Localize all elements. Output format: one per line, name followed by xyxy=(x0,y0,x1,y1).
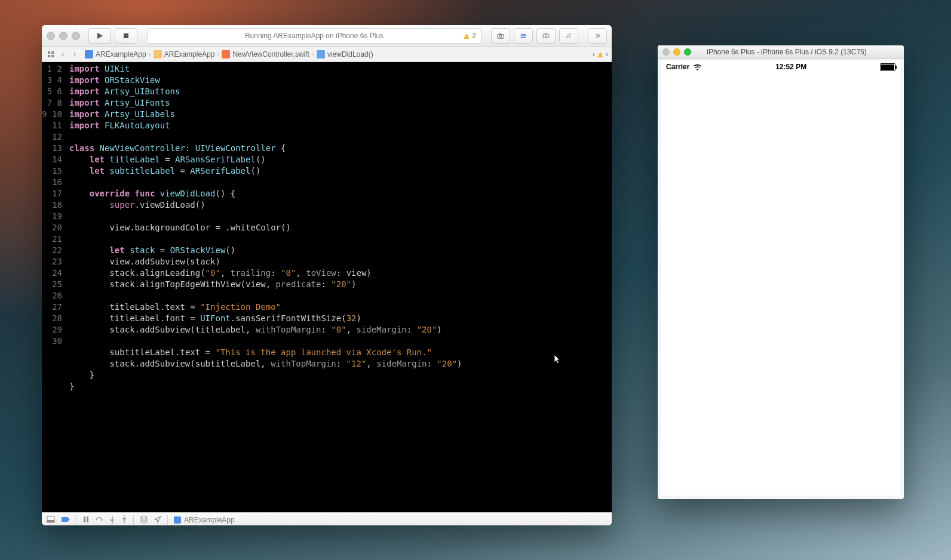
sim-carrier: Carrier xyxy=(666,63,689,71)
svg-point-2 xyxy=(499,35,502,38)
jump-bar[interactable]: ‹ › ARExampleApp › ARExampleApp › NewVie… xyxy=(42,47,612,62)
jumpbar-file[interactable]: NewViewController.swift xyxy=(222,50,309,59)
warning-icon xyxy=(464,33,470,39)
nav-forward-button[interactable]: › xyxy=(69,49,80,60)
step-out-button[interactable] xyxy=(121,515,127,525)
swap-icon xyxy=(565,32,572,39)
svg-point-14 xyxy=(112,522,113,524)
svg-rect-11 xyxy=(47,520,54,522)
debug-view-hierarchy-button[interactable] xyxy=(140,515,148,525)
step-into-icon xyxy=(109,515,115,524)
sim-close-button[interactable] xyxy=(662,48,670,56)
method-icon xyxy=(317,50,325,59)
xcode-window: Running ARExampleApp on iPhone 6s Plus 2 xyxy=(42,25,612,525)
editor-standard-button[interactable] xyxy=(514,28,533,44)
jumpbar-symbol[interactable]: viewDidLoad() xyxy=(317,50,373,59)
status-bar[interactable]: Running ARExampleApp on iPhone 6s Plus 2 xyxy=(147,28,481,44)
step-into-button[interactable] xyxy=(109,515,115,525)
status-text: Running ARExampleApp on iPhone 6s Plus xyxy=(245,32,384,40)
panel-icon xyxy=(47,516,55,523)
line-gutter: 1 2 3 4 5 6 7 8 9 10 11 12 13 14 15 16 1… xyxy=(42,62,66,512)
svg-rect-6 xyxy=(48,51,50,54)
window-controls xyxy=(47,32,80,40)
screenshot-button[interactable] xyxy=(491,28,510,44)
desktop: Running ARExampleApp on iPhone 6s Plus 2 xyxy=(0,0,951,560)
zoom-window-button[interactable] xyxy=(72,32,80,40)
wifi-icon xyxy=(693,64,702,70)
svg-rect-13 xyxy=(87,516,88,522)
play-icon xyxy=(96,32,103,39)
debug-bar: ARExampleApp xyxy=(42,512,612,525)
svg-rect-8 xyxy=(48,55,50,57)
minimize-window-button[interactable] xyxy=(59,32,68,40)
toggle-right-panel-button[interactable] xyxy=(588,28,607,44)
simulator-window: iPhone 6s Plus - iPhone 6s Plus / iOS 9.… xyxy=(658,45,904,499)
related-items-button[interactable] xyxy=(45,49,56,60)
warning-count: 2 xyxy=(472,32,476,40)
counterpart-forward[interactable]: › xyxy=(606,50,608,59)
svg-rect-3 xyxy=(499,33,501,35)
debug-process-label: ARExampleApp xyxy=(184,516,235,524)
grid-icon xyxy=(47,51,54,58)
project-icon xyxy=(85,50,93,59)
step-over-icon xyxy=(95,516,103,523)
nav-back-button[interactable]: ‹ xyxy=(57,49,68,60)
layers-icon xyxy=(140,515,148,524)
app-icon xyxy=(174,516,181,524)
lines-icon xyxy=(520,32,527,39)
toggle-debug-area-button[interactable] xyxy=(47,516,55,525)
svg-point-16 xyxy=(697,69,699,70)
xcode-toolbar: Running ARExampleApp on iPhone 6s Plus 2 xyxy=(42,25,612,47)
simulator-screen[interactable]: Carrier 12:52 PM xyxy=(661,61,900,496)
chevrons-right-icon xyxy=(594,32,601,39)
status-warning-badge[interactable]: 2 xyxy=(464,32,476,40)
debug-process-selector[interactable]: ARExampleApp xyxy=(174,516,235,524)
sim-status-bar: Carrier 12:52 PM xyxy=(661,61,900,73)
svg-rect-7 xyxy=(51,51,54,54)
jumpbar-folder[interactable]: ARExampleApp xyxy=(154,50,215,59)
sim-clock: 12:52 PM xyxy=(775,63,806,71)
editor-version-button[interactable] xyxy=(559,28,578,44)
stop-icon xyxy=(122,32,130,39)
folder-icon xyxy=(154,50,162,59)
camera-icon xyxy=(497,32,504,39)
breakpoint-icon xyxy=(61,516,70,523)
close-window-button[interactable] xyxy=(47,32,55,40)
venn-icon xyxy=(542,32,550,39)
code-editor[interactable]: 1 2 3 4 5 6 7 8 9 10 11 12 13 14 15 16 1… xyxy=(42,62,612,512)
code-area[interactable]: import UIKitimport ORStackViewimport Art… xyxy=(66,62,612,512)
svg-rect-0 xyxy=(124,33,128,38)
svg-point-15 xyxy=(124,515,125,516)
counterpart-back[interactable]: ‹ xyxy=(593,50,595,59)
simulator-titlebar[interactable]: iPhone 6s Plus - iPhone 6s Plus / iOS 9.… xyxy=(658,45,904,59)
breakpoint-toggle-button[interactable] xyxy=(61,516,70,525)
battery-icon xyxy=(880,63,895,71)
step-over-button[interactable] xyxy=(95,516,103,525)
run-button[interactable] xyxy=(88,28,111,44)
jumpbar-warning-icon[interactable] xyxy=(597,52,603,57)
svg-rect-12 xyxy=(84,516,85,522)
editor-assistant-button[interactable] xyxy=(536,28,556,44)
simulate-location-button[interactable] xyxy=(154,516,161,525)
step-out-icon xyxy=(121,515,127,524)
jumpbar-project[interactable]: ARExampleApp xyxy=(85,50,146,59)
pause-button[interactable] xyxy=(83,516,89,525)
location-icon xyxy=(154,516,161,523)
swift-file-icon xyxy=(222,50,230,59)
stop-button[interactable] xyxy=(115,28,137,44)
svg-rect-9 xyxy=(51,55,54,57)
simulator-title: iPhone 6s Plus - iPhone 6s Plus / iOS 9.… xyxy=(674,48,899,56)
pause-icon xyxy=(83,516,89,523)
